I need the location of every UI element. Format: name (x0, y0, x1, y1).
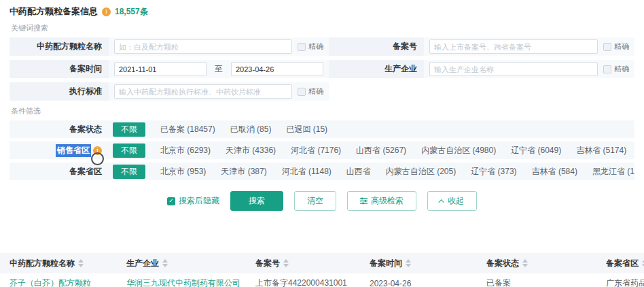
sort-icon (283, 259, 289, 267)
filing-region-label-text: 备案省区 (69, 166, 102, 178)
record-no-cell: 上市备字4422000431001 (246, 277, 360, 287)
keyword-search-section-label: 关键词搜索 (11, 23, 634, 33)
sales-region-option[interactable]: 辽宁省 (6049) (511, 145, 561, 156)
date-field-cell: 至 (109, 60, 329, 78)
standard-field-cell: 精确 (109, 82, 329, 101)
header: 中药配方颗粒备案信息 i 18,557条 (10, 5, 634, 18)
sales-region-option[interactable]: 天津市 (4336) (226, 145, 276, 156)
sort-icon (78, 259, 84, 267)
results-table: 中药配方颗粒名称 生产企业 备案号 备案时间 备案状态 备案省区 芥子（白芥）配… (0, 253, 644, 287)
advanced-search-icon (360, 197, 368, 205)
sales-region-option[interactable]: 北京市 (6293) (160, 145, 211, 156)
standard-input[interactable] (114, 84, 292, 99)
status-option[interactable]: 已取消 (85) (230, 124, 272, 135)
company-field-label: 生产企业 (329, 60, 424, 78)
company-exact-label: 精确 (614, 64, 629, 74)
search-panel: 中药配方颗粒备案信息 i 18,557条 关键词搜索 中药配方颗粒名称 精确 备… (0, 0, 644, 211)
click-indicator (91, 152, 104, 165)
table-header-row: 中药配方颗粒名称 生产企业 备案号 备案时间 备案状态 备案省区 (0, 253, 644, 273)
table-row: 芥子（白芥）配方颗粒 华润三九现代中药制药有限公司 上市备字4422000431… (0, 273, 644, 287)
standard-exact-label: 精确 (308, 86, 323, 97)
record-no-field-cell: 精确 (424, 37, 634, 56)
collapse-button[interactable]: 收起 (427, 191, 477, 211)
filing-region-filter-options: 不限 北京市 (953) 天津市 (387) 河北省 (1148) 山西省 内蒙… (109, 163, 634, 180)
date-start-input[interactable] (114, 62, 207, 76)
name-field-label: 中药配方颗粒名称 (10, 37, 109, 56)
date-separator: 至 (215, 63, 223, 75)
filing-region-option[interactable]: 吉林省 (584) (532, 166, 577, 178)
status-filter-label: 备案状态 (10, 120, 109, 138)
filing-region-option[interactable]: 河北省 (1148) (282, 166, 332, 178)
company-input[interactable] (429, 62, 598, 76)
table-header-status[interactable]: 备案状态 (477, 258, 596, 269)
sales-region-option[interactable]: 河北省 (7176) (291, 145, 341, 156)
table-header-company[interactable]: 生产企业 (117, 258, 246, 269)
advanced-search-button[interactable]: 高级检索 (347, 191, 416, 211)
filing-region-any-chip[interactable]: 不限 (113, 165, 145, 179)
company-field-cell: 精确 (424, 60, 634, 78)
filter-section-label: 条件筛选 (11, 106, 634, 116)
sales-region-label-text: 销售省区 (56, 144, 91, 157)
keyword-search-form: 中药配方颗粒名称 精确 备案号 精确 备案时间 至 生产企业 (10, 37, 634, 101)
date-end-input[interactable] (231, 62, 323, 76)
collapse-icon (438, 199, 444, 205)
name-field-cell: 精确 (109, 37, 329, 56)
info-icon[interactable]: i (102, 7, 111, 16)
page-title: 中药配方颗粒备案信息 (10, 5, 98, 18)
record-no-exact-group[interactable]: 精确 (603, 41, 629, 52)
status-filter-options: 不限 已备案 (18457) 已取消 (85) 已退回 (15) (109, 120, 634, 138)
status-option[interactable]: 已备案 (18457) (160, 124, 215, 135)
status-cell: 已备案 (477, 277, 596, 287)
hide-after-search-label: 搜索后隐藏 (179, 195, 219, 207)
collapse-label: 收起 (448, 195, 464, 207)
sort-icon (522, 259, 528, 267)
filing-region-option[interactable]: 山西省 (346, 166, 371, 178)
hide-after-search-toggle[interactable]: ✓ 搜索后隐藏 (167, 195, 219, 207)
filing-region-option[interactable]: 辽宁省 (373) (471, 166, 516, 178)
table-header-region[interactable]: 备案省区 (596, 258, 644, 269)
sales-region-any-chip[interactable]: 不限 (113, 144, 145, 158)
sales-region-option[interactable]: 内蒙古自治区 (4980) (421, 145, 496, 156)
standard-field-label: 执行标准 (10, 82, 109, 101)
granule-name-link[interactable]: 芥子（白芥）配方颗粒 (0, 277, 117, 287)
table-header-record-no[interactable]: 备案号 (246, 258, 360, 269)
filing-region-option[interactable]: 内蒙古自治区 (205) (386, 166, 456, 178)
company-exact-checkbox[interactable] (603, 65, 611, 73)
standard-exact-group[interactable]: 精确 (298, 86, 323, 97)
record-no-exact-label: 精确 (614, 41, 629, 52)
sort-icon (406, 259, 411, 267)
form-spacer (424, 82, 634, 101)
sales-region-option[interactable]: 山西省 (5267) (356, 145, 406, 156)
sales-region-option[interactable]: 吉林省 (5174) (576, 145, 626, 156)
name-exact-checkbox[interactable] (298, 43, 306, 51)
total-count: 18,557条 (115, 6, 148, 18)
record-no-input[interactable] (429, 39, 598, 54)
record-no-exact-checkbox[interactable] (603, 43, 611, 51)
company-link[interactable]: 华润三九现代中药制药有限公司 (117, 277, 246, 287)
status-any-chip[interactable]: 不限 (113, 122, 145, 137)
company-exact-group[interactable]: 精确 (603, 64, 629, 74)
status-option[interactable]: 已退回 (15) (286, 124, 327, 135)
date-field-label: 备案时间 (10, 60, 109, 78)
advanced-search-label: 高级检索 (371, 195, 404, 207)
filing-region-filter-label: 备案省区 (10, 163, 109, 180)
name-input[interactable] (114, 39, 292, 54)
record-no-field-label: 备案号 (329, 37, 424, 56)
hide-after-search-checkbox[interactable]: ✓ (167, 197, 175, 205)
table-header-name[interactable]: 中药配方颗粒名称 (0, 258, 117, 269)
search-button[interactable]: 搜索 (230, 191, 283, 211)
form-spacer (329, 82, 424, 101)
date-cell: 2023-04-26 (360, 279, 477, 287)
table-header-date[interactable]: 备案时间 (360, 258, 477, 269)
sales-region-filter-options: 不限 北京市 (6293) 天津市 (4336) 河北省 (7176) 山西省 … (109, 141, 634, 159)
filter-row-status: 备案状态 不限 已备案 (18457) 已取消 (85) 已退回 (15) (10, 120, 634, 138)
filing-region-option[interactable]: 天津市 (387) (221, 166, 266, 178)
standard-exact-checkbox[interactable] (298, 88, 306, 96)
region-cell: 广东省药品监 (596, 277, 644, 287)
status-filter-label-text: 备案状态 (69, 124, 102, 135)
filing-region-option[interactable]: 黑龙江省 (14) (592, 166, 634, 178)
name-exact-group[interactable]: 精确 (298, 41, 323, 52)
clear-button[interactable]: 清空 (294, 191, 336, 211)
filing-region-option[interactable]: 北京市 (953) (160, 166, 206, 178)
actions-row: ✓ 搜索后隐藏 搜索 清空 高级检索 收起 (10, 191, 634, 211)
